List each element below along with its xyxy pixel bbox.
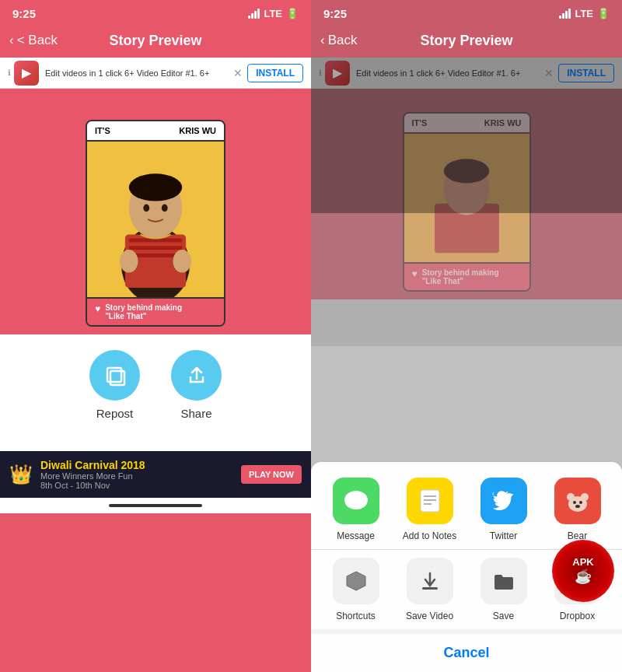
apk-icon: ☕ [575, 569, 592, 586]
heart-icon: ♥ [95, 303, 100, 314]
story-area: IT'S KRIS WU [0, 104, 311, 334]
ad-install-button[interactable]: INSTALL [247, 64, 303, 82]
repost-label: Repost [96, 407, 134, 420]
shortcuts-label: Shortcuts [336, 611, 376, 621]
twitter-app-label: Twitter [490, 530, 517, 541]
apk-watermark: APK ☕ [552, 540, 614, 602]
signal-bars [248, 9, 260, 19]
notes-app-icon [407, 478, 453, 524]
right-heart-icon: ♥ [412, 268, 418, 279]
right-time: 9:25 [323, 7, 347, 20]
twitter-app-icon [480, 478, 527, 524]
share-label: Share [180, 407, 211, 420]
story-header-left: IT'S [95, 126, 110, 135]
left-panel: 9:25 LTE 🔋 ‹ < Back Story Preview ℹ ▶ Ed… [0, 0, 311, 672]
right-chevron-icon: ‹ [320, 33, 325, 48]
share-app-message[interactable]: Message [325, 478, 387, 541]
svg-rect-12 [107, 368, 121, 382]
left-back-button[interactable]: ‹ < Back [9, 33, 58, 48]
story-card: IT'S KRIS WU [86, 120, 225, 327]
overlay-dim [311, 58, 622, 213]
svg-point-24 [567, 493, 575, 501]
right-status-icons: LTE 🔋 [559, 8, 610, 19]
share-action-save[interactable]: Save [473, 558, 535, 621]
right-page-title: Story Preview [420, 33, 512, 49]
bear-app-icon [554, 478, 601, 524]
message-app-label: Message [337, 530, 375, 541]
svg-rect-29 [422, 587, 438, 590]
ad-info-text: Diwali Carnival 2018 More Winners More F… [40, 459, 241, 490]
svg-point-28 [575, 505, 580, 508]
share-apps-row: Message Add to Notes [311, 462, 622, 549]
left-nav-bar: ‹ < Back Story Preview [0, 23, 311, 58]
share-app-twitter[interactable]: Twitter [473, 478, 535, 541]
svg-point-10 [120, 250, 138, 272]
message-app-icon [333, 478, 379, 524]
ad-text: Edit videos in 1 click 6+ Video Editor #… [45, 68, 233, 78]
svg-point-25 [581, 493, 589, 501]
story-header-right: KRIS WU [179, 126, 216, 135]
left-time: 9:25 [12, 7, 36, 20]
svg-point-9 [162, 204, 168, 212]
left-status-icons: LTE 🔋 [248, 8, 299, 19]
ad-play-button[interactable]: PLAY NOW [241, 465, 302, 484]
save-video-label: Save Video [406, 611, 453, 621]
right-story-footer: ♥ Story behind making"Like That" [404, 262, 529, 290]
right-nav-bar: ‹ Back Story Preview [311, 23, 622, 58]
right-gray-section [311, 299, 622, 346]
story-card-image [87, 142, 224, 297]
save-folder-icon [480, 558, 527, 604]
svg-point-7 [129, 173, 182, 201]
shortcuts-icon [333, 558, 379, 604]
svg-point-11 [173, 250, 190, 272]
right-battery-icon: 🔋 [597, 8, 610, 19]
left-page-title: Story Preview [109, 33, 201, 49]
share-app-bear[interactable]: Bear [547, 478, 609, 541]
save-video-icon [407, 558, 453, 604]
share-cancel-button[interactable]: Cancel [311, 629, 622, 672]
repost-icon [89, 350, 140, 401]
home-bar [109, 504, 202, 507]
right-status-bar: 9:25 LTE 🔋 [311, 0, 622, 23]
right-lte: LTE [575, 8, 593, 19]
share-icon [171, 350, 222, 401]
battery-icon: 🔋 [286, 8, 299, 19]
svg-rect-19 [421, 490, 439, 512]
share-button[interactable]: Share [171, 350, 222, 420]
action-buttons: Repost Share [0, 334, 311, 428]
story-card-header: IT'S KRIS WU [87, 121, 224, 142]
apk-text: APK [572, 556, 593, 569]
share-app-notes[interactable]: Add to Notes [399, 478, 461, 541]
ad-title: Diwali Carnival 2018 [40, 459, 241, 471]
svg-rect-13 [110, 371, 124, 385]
bottom-ad-banner[interactable]: 👑 Diwali Carnival 2018 More Winners More… [0, 451, 311, 498]
notes-app-label: Add to Notes [403, 530, 456, 541]
ad-close-icon[interactable]: ✕ [233, 67, 243, 79]
ad-info-icon: ℹ [8, 68, 11, 77]
right-signal-bars [559, 9, 571, 19]
right-footer-text: Story behind making"Like That" [422, 268, 499, 285]
right-panel: 9:25 LTE 🔋 ‹ Back Story Preview ℹ ▶ Edit… [311, 0, 622, 672]
right-back-button[interactable]: ‹ Back [320, 33, 357, 48]
left-ad-banner[interactable]: ℹ ▶ Edit videos in 1 click 6+ Video Edit… [0, 58, 311, 89]
svg-point-26 [573, 501, 576, 504]
story-card-footer: ♥ Story behind making"Like That" [87, 297, 224, 325]
ad-app-icon: ▶ [14, 61, 39, 86]
left-lte: LTE [264, 8, 282, 19]
svg-rect-4 [129, 246, 182, 250]
repost-button[interactable]: Repost [89, 350, 140, 420]
save-label: Save [493, 611, 514, 621]
ad-subtitle: More Winners More Fun8th Oct - 10th Nov [40, 471, 241, 490]
home-indicator [0, 498, 311, 513]
share-action-shortcuts[interactable]: Shortcuts [325, 558, 387, 621]
svg-point-27 [579, 501, 582, 504]
chevron-left-icon: ‹ [9, 33, 14, 48]
left-status-bar: 9:25 LTE 🔋 [0, 0, 311, 23]
svg-point-8 [143, 204, 149, 212]
share-action-save-video[interactable]: Save Video [399, 558, 461, 621]
dropbox-label: Dropbox [560, 611, 595, 621]
story-footer-text: Story behind making"Like That" [105, 303, 182, 320]
ad-game-icon: 👑 [9, 464, 33, 485]
